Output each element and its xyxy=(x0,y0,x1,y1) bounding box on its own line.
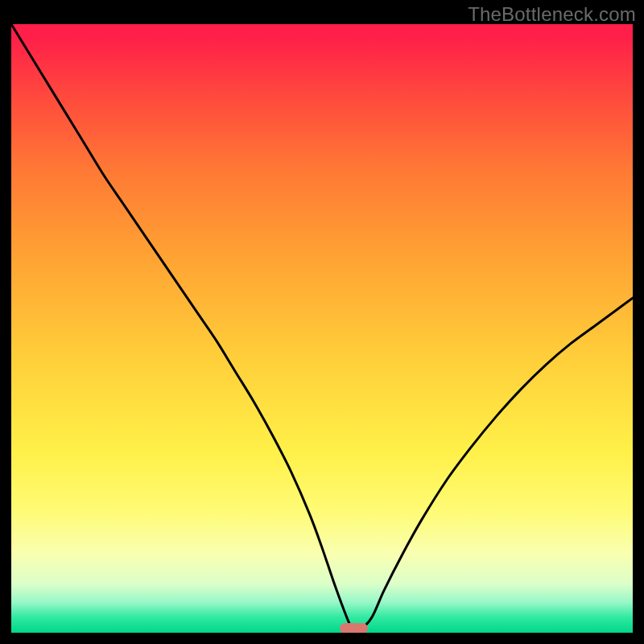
watermark-text: TheBottleneck.com xyxy=(468,3,636,26)
optimal-point-marker xyxy=(340,623,368,633)
plot-area xyxy=(11,24,633,633)
chart-frame: TheBottleneck.com xyxy=(0,0,644,644)
bottleneck-curve xyxy=(11,24,633,633)
